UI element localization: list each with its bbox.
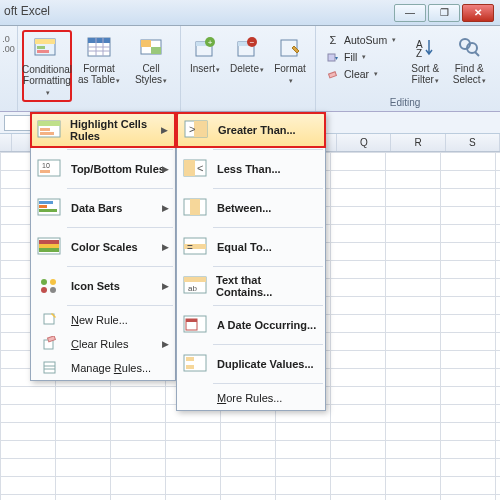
column-header[interactable]: S [446,134,500,151]
svg-rect-55 [194,121,207,137]
eraser-icon [326,67,340,81]
svg-rect-43 [39,248,59,252]
color-scales-icon [35,234,65,260]
ribbon: .0.00 Conditional Formatting▾ Format as … [0,26,500,112]
window-restore-button[interactable]: ❐ [428,4,460,22]
svg-rect-37 [39,201,53,204]
manage-rules-icon [35,359,65,377]
svg-text:+: + [208,38,213,47]
menu-item-greater-than[interactable]: > Greater Than... [177,113,325,147]
close-icon: ✕ [474,7,482,18]
svg-rect-35 [40,170,50,173]
svg-text:<: < [197,162,203,174]
conditional-formatting-menu: Highlight Cells Rules ▶ 10 Top/Bottom Ru… [30,112,176,381]
svg-rect-32 [40,132,54,135]
svg-rect-41 [39,240,59,244]
cell-styles-button[interactable]: Cell Styles▾ [126,30,176,89]
new-rule-icon [35,311,65,329]
find-select-button[interactable]: Find & Select▾ [448,30,490,89]
menu-item-clear-rules[interactable]: Clear Rules ▶ [31,332,175,356]
menu-item-new-rule[interactable]: New Rule... [31,308,175,332]
editing-small-stack: ΣAutoSum▾ Fill▾ Clear▾ [320,30,402,84]
svg-point-46 [41,287,47,293]
menu-item-highlight-cells-rules[interactable]: Highlight Cells Rules ▶ [31,113,175,147]
find-select-label: Find & Select▾ [451,63,487,86]
text-contains-icon: ab [181,273,210,299]
window-titlebar: oft Excel — ❐ ✕ [0,0,500,26]
format-as-table-button[interactable]: Format as Table▾ [74,30,124,89]
format-icon [275,33,305,63]
menu-item-duplicate-values[interactable]: Duplicate Values... [177,347,325,381]
cell-styles-label: Cell Styles▾ [129,63,173,86]
conditional-formatting-button[interactable]: Conditional Formatting▾ [22,30,72,102]
menu-item-text-contains[interactable]: ab Text that Contains... [177,269,325,303]
svg-rect-51 [44,362,55,373]
format-button[interactable]: Format▾ [269,30,311,89]
sort-filter-button[interactable]: AZ Sort & Filter▾ [404,30,446,89]
svg-text:Z: Z [416,48,422,59]
svg-rect-1 [35,39,55,44]
sort-filter-icon: AZ [410,33,440,63]
menu-item-icon-sets[interactable]: Icon Sets ▶ [31,269,175,303]
menu-item-date-occurring[interactable]: A Date Occurring... [177,308,325,342]
svg-rect-12 [151,47,161,54]
select-all-corner[interactable] [0,134,12,151]
decimal-icon: .0.00 [2,28,15,54]
svg-rect-61 [190,199,200,215]
submenu-arrow-icon: ▶ [162,164,169,174]
menu-item-top-bottom-rules[interactable]: 10 Top/Bottom Rules ▶ [31,152,175,186]
delete-button[interactable]: − Delete▾ [227,30,267,78]
insert-button[interactable]: + Insert▾ [185,30,225,78]
column-header[interactable]: Q [337,134,391,151]
svg-rect-38 [39,205,47,208]
fill-button[interactable]: Fill▾ [324,49,398,65]
date-occurring-icon [181,312,211,338]
submenu-arrow-icon: ▶ [162,242,169,252]
insert-label: Insert▾ [190,63,220,75]
svg-rect-5 [88,38,110,43]
menu-item-color-scales[interactable]: Color Scales ▶ [31,230,175,264]
sigma-icon: Σ [326,33,340,47]
top-bottom-icon: 10 [35,156,65,182]
svg-rect-73 [186,365,194,369]
restore-icon: ❐ [440,7,449,18]
minimize-icon: — [405,7,415,18]
cell-styles-icon [136,33,166,63]
svg-rect-30 [38,121,60,126]
svg-text:ab: ab [188,284,197,293]
conditional-formatting-icon [32,34,62,64]
ribbon-group-styles: Conditional Formatting▾ Format as Table▾… [18,26,181,111]
svg-rect-72 [186,357,194,361]
menu-item-less-than[interactable]: < Less Than... [177,152,325,186]
menu-item-equal-to[interactable]: = Equal To... [177,230,325,264]
svg-rect-31 [40,128,50,131]
svg-rect-23 [328,72,336,78]
menu-item-between[interactable]: Between... [177,191,325,225]
fill-icon [326,50,340,64]
format-as-table-icon [84,33,114,63]
menu-item-manage-rules[interactable]: Manage Rules... [31,356,175,380]
window-minimize-button[interactable]: — [394,4,426,22]
svg-rect-70 [186,319,197,322]
clear-rules-icon [35,335,65,353]
duplicate-values-icon [181,351,211,377]
delete-label: Delete▾ [230,63,264,75]
submenu-arrow-icon: ▶ [161,125,168,135]
clear-button[interactable]: Clear▾ [324,66,398,82]
autosum-button[interactable]: ΣAutoSum▾ [324,32,398,48]
format-label: Format▾ [272,63,308,86]
ribbon-group-editing: ΣAutoSum▾ Fill▾ Clear▾ AZ Sort & Filter▾… [316,26,494,111]
between-icon [181,195,211,221]
window-close-button[interactable]: ✕ [462,4,494,22]
svg-point-45 [50,279,56,285]
equal-to-icon: = [181,234,211,260]
sort-filter-label: Sort & Filter▾ [407,63,443,86]
svg-rect-11 [141,40,151,47]
greater-than-icon: > [182,117,212,143]
svg-rect-3 [37,50,49,53]
column-header[interactable]: R [391,134,445,151]
menu-item-data-bars[interactable]: Data Bars ▶ [31,191,175,225]
svg-text:=: = [187,242,193,253]
menu-item-more-rules[interactable]: More Rules... [177,386,325,410]
svg-rect-42 [39,244,59,248]
